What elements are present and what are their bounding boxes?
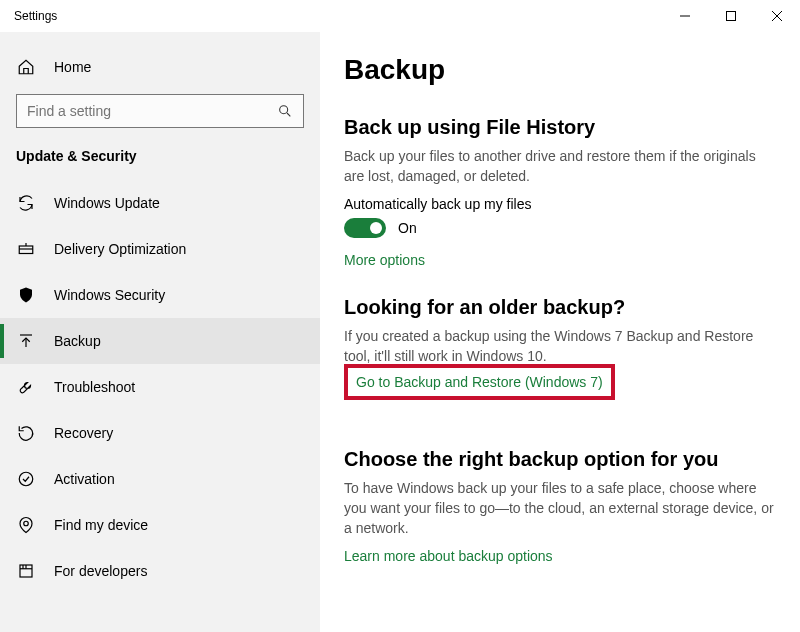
home-label: Home [54, 59, 91, 75]
close-button[interactable] [754, 0, 800, 32]
svg-rect-0 [727, 12, 736, 21]
more-options-link[interactable]: More options [344, 252, 776, 268]
backup-restore-link[interactable]: Go to Backup and Restore (Windows 7) [356, 374, 603, 390]
sidebar-item-label: Activation [54, 471, 115, 487]
choose-backup-body: To have Windows back up your files to a … [344, 479, 776, 538]
sidebar-item-windows-security[interactable]: Windows Security [0, 272, 320, 318]
sidebar-item-label: Windows Security [54, 287, 165, 303]
file-history-heading: Back up using File History [344, 116, 776, 139]
sidebar-item-label: Find my device [54, 517, 148, 533]
highlight-annotation: Go to Backup and Restore (Windows 7) [344, 364, 615, 400]
shield-icon [16, 286, 36, 304]
sidebar-section-heading: Update & Security [0, 148, 320, 180]
home-icon [16, 58, 36, 76]
delivery-icon [16, 240, 36, 258]
learn-more-link[interactable]: Learn more about backup options [344, 548, 776, 564]
auto-backup-toggle[interactable] [344, 218, 386, 238]
sidebar-item-label: Troubleshoot [54, 379, 135, 395]
sidebar-item-backup[interactable]: Backup [0, 318, 320, 364]
sidebar-item-delivery-optimization[interactable]: Delivery Optimization [0, 226, 320, 272]
developer-icon [16, 562, 36, 580]
sidebar-item-for-developers[interactable]: For developers [0, 548, 320, 594]
check-circle-icon [16, 470, 36, 488]
svg-point-1 [280, 106, 288, 114]
recovery-icon [16, 424, 36, 442]
sidebar: Home Update & Security Windows Update De… [0, 32, 320, 632]
svg-rect-2 [19, 246, 33, 254]
sidebar-item-label: For developers [54, 563, 147, 579]
location-icon [16, 516, 36, 534]
sidebar-item-find-my-device[interactable]: Find my device [0, 502, 320, 548]
file-history-body: Back up your files to another drive and … [344, 147, 776, 186]
search-box[interactable] [16, 94, 304, 128]
home-nav[interactable]: Home [0, 50, 320, 92]
window-controls [662, 0, 800, 32]
choose-backup-heading: Choose the right backup option for you [344, 448, 776, 471]
search-icon [277, 103, 293, 119]
sidebar-item-recovery[interactable]: Recovery [0, 410, 320, 456]
maximize-button[interactable] [708, 0, 754, 32]
window-title: Settings [14, 9, 662, 23]
sidebar-item-label: Windows Update [54, 195, 160, 211]
sidebar-item-troubleshoot[interactable]: Troubleshoot [0, 364, 320, 410]
sidebar-item-label: Delivery Optimization [54, 241, 186, 257]
auto-backup-toggle-row: On [344, 218, 776, 238]
svg-point-4 [24, 521, 29, 526]
search-input[interactable] [27, 103, 277, 119]
sync-icon [16, 194, 36, 212]
auto-backup-label: Automatically back up my files [344, 196, 776, 212]
older-backup-heading: Looking for an older backup? [344, 296, 776, 319]
sidebar-item-label: Recovery [54, 425, 113, 441]
backup-icon [16, 332, 36, 350]
toggle-state-text: On [398, 220, 417, 236]
titlebar: Settings [0, 0, 800, 32]
main-content: Backup Back up using File History Back u… [320, 32, 800, 632]
sidebar-item-activation[interactable]: Activation [0, 456, 320, 502]
svg-point-3 [19, 472, 33, 486]
minimize-button[interactable] [662, 0, 708, 32]
sidebar-item-windows-update[interactable]: Windows Update [0, 180, 320, 226]
page-title: Backup [344, 54, 776, 86]
sidebar-item-label: Backup [54, 333, 101, 349]
wrench-icon [16, 378, 36, 396]
older-backup-body: If you created a backup using the Window… [344, 327, 776, 366]
